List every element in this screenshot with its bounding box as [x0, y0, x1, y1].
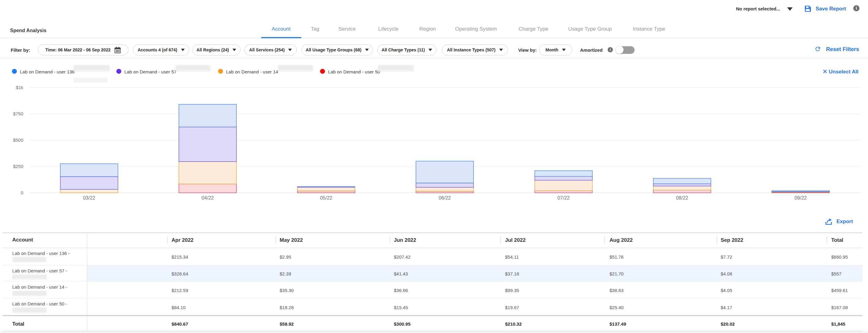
svg-text:09/22: 09/22 — [795, 195, 807, 200]
svg-text:08/22: 08/22 — [676, 195, 688, 200]
svg-text:0: 0 — [21, 190, 23, 195]
svg-text:$750: $750 — [13, 111, 23, 116]
svg-text:07/22: 07/22 — [557, 195, 570, 200]
svg-text:03/22: 03/22 — [83, 195, 95, 200]
svg-text:$250: $250 — [13, 164, 23, 169]
svg-text:04/22: 04/22 — [202, 195, 214, 200]
svg-text:$500: $500 — [13, 137, 23, 143]
svg-text:05/22: 05/22 — [320, 195, 332, 200]
svg-text:06/22: 06/22 — [439, 195, 451, 200]
svg-text:$1k: $1k — [16, 85, 24, 90]
